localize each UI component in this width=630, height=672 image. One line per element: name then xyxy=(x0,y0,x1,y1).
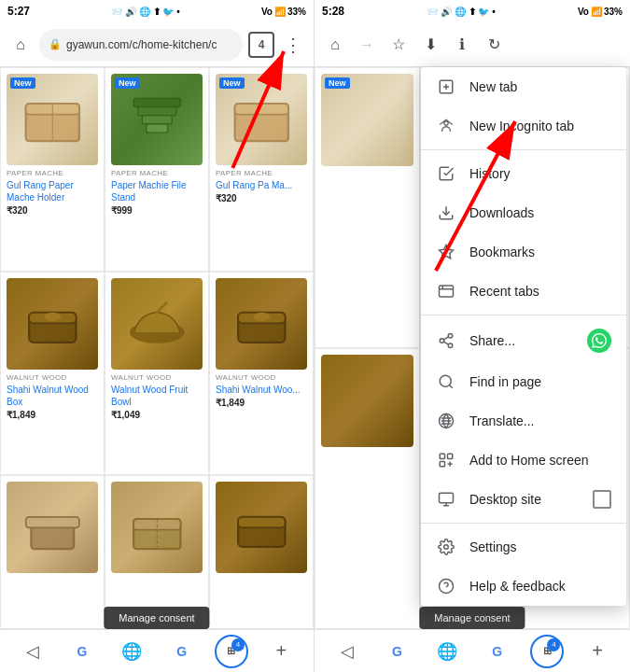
right-manage-consent[interactable]: Manage consent xyxy=(419,607,525,629)
menu-label-bookmarks: Bookmarks xyxy=(469,245,611,259)
left-address-bar: ⌂ 🔒 gyawun.com/c/home-kitchen/c 4 ⋮ xyxy=(0,22,314,67)
menu-item-bookmarks[interactable]: Bookmarks xyxy=(421,232,626,272)
svg-point-50 xyxy=(444,545,449,550)
left-more-button[interactable]: ⋮ xyxy=(280,30,306,60)
svg-rect-47 xyxy=(440,493,454,503)
menu-label-find-in-page: Find in page xyxy=(469,374,611,389)
product-card-p9[interactable] xyxy=(209,475,314,629)
menu-label-help-feedback: Help & feedback xyxy=(469,579,611,594)
product-price-p6: ₹1,849 xyxy=(216,398,307,408)
menu-item-find-in-page[interactable]: Find in page xyxy=(421,362,626,401)
svg-rect-8 xyxy=(234,104,287,114)
svg-line-37 xyxy=(443,342,448,344)
product-card-p2[interactable]: New PAPER MACHE Paper Machie File Stand … xyxy=(105,67,209,272)
menu-label-add-to-home-screen: Add to Home screen xyxy=(469,453,611,468)
menu-item-share[interactable]: Share... xyxy=(421,319,626,362)
svg-point-36 xyxy=(448,343,453,348)
desktop-site-icon xyxy=(436,489,456,510)
product-category-p3: PAPER MACHE xyxy=(216,169,307,177)
svg-rect-5 xyxy=(142,115,172,123)
right-nav-tabs[interactable]: ⊞ 4 xyxy=(530,635,564,668)
product-category-p1: PAPER MACHE xyxy=(7,169,98,177)
right-home-button[interactable]: ⌂ xyxy=(322,32,348,58)
menu-label-recent-tabs: Recent tabs xyxy=(469,284,611,299)
new-tab-icon xyxy=(436,77,456,97)
svg-point-29 xyxy=(444,121,449,126)
left-nav-google2[interactable]: G xyxy=(165,635,199,668)
incognito-icon xyxy=(436,116,456,136)
left-nav-globe[interactable]: 🌐 xyxy=(115,635,148,668)
left-time: 5:27 xyxy=(7,5,30,18)
menu-item-downloads[interactable]: Downloads xyxy=(421,193,626,232)
help-icon xyxy=(436,576,456,596)
left-nav-back[interactable]: ◁ xyxy=(16,635,49,668)
add-to-home-icon xyxy=(436,450,456,470)
new-badge-p1: New xyxy=(10,77,35,89)
svg-rect-42 xyxy=(440,454,444,458)
product-card-p7[interactable] xyxy=(0,475,105,629)
menu-divider-3 xyxy=(421,523,626,524)
product-category-p5: WALNUT WOOD xyxy=(111,373,203,382)
left-manage-consent[interactable]: Manage consent xyxy=(104,607,209,629)
right-nav-back[interactable]: ◁ xyxy=(330,635,364,668)
product-img-p5 xyxy=(111,278,203,370)
product-img-p2: New xyxy=(111,74,203,165)
menu-item-settings[interactable]: Settings xyxy=(421,527,626,567)
product-name-p2: Paper Machie File Stand xyxy=(111,179,203,203)
svg-rect-3 xyxy=(133,98,180,106)
right-status-icons: 📨 🔊 🌐 ⬆ 🐦 • xyxy=(427,7,495,17)
svg-rect-23 xyxy=(238,517,285,527)
svg-rect-6 xyxy=(147,124,168,133)
product-card-p4[interactable]: WALNUT WOOD Shahi Walnut Wood Box ₹1,849 xyxy=(0,272,105,476)
product-price-p1: ₹320 xyxy=(7,205,98,216)
translate-icon xyxy=(436,411,456,431)
left-nav-add[interactable]: + xyxy=(264,635,298,668)
left-status-icons: 📨 🔊 🌐 ⬆ 🐦 • xyxy=(111,7,179,17)
right-forward-button[interactable]: → xyxy=(354,32,380,58)
product-card-p5[interactable]: WALNUT WOOD Walnut Wood Fruit Bowl ₹1,04… xyxy=(105,272,209,476)
menu-divider-1 xyxy=(421,149,626,150)
left-tab-count[interactable]: 4 xyxy=(248,32,274,58)
menu-item-history[interactable]: History xyxy=(421,154,626,193)
svg-rect-32 xyxy=(440,286,454,297)
right-signal-info: Vo 📶 33% xyxy=(578,7,623,17)
menu-item-translate[interactable]: Translate... xyxy=(421,401,626,441)
menu-label-new-tab: New tab xyxy=(469,79,611,94)
menu-item-recent-tabs[interactable]: Recent tabs xyxy=(421,272,626,311)
share-icon xyxy=(436,330,456,351)
menu-item-desktop-site[interactable]: Desktop site xyxy=(421,480,626,519)
product-card-p3[interactable]: New PAPER MACHE Gul Rang Pa Ma... ₹320 xyxy=(209,67,314,272)
right-download-button[interactable]: ⬇ xyxy=(417,32,443,58)
left-product-grid: New PAPER MACHE Gul Rang Paper Mache Hol… xyxy=(0,67,314,629)
svg-rect-44 xyxy=(440,462,444,467)
svg-rect-4 xyxy=(137,106,175,115)
right-bookmark-button[interactable]: ☆ xyxy=(385,32,412,58)
right-refresh-button[interactable]: ↻ xyxy=(481,32,507,58)
product-price-p2: ₹999 xyxy=(111,205,203,216)
menu-item-new-incognito-tab[interactable]: New Incognito tab xyxy=(421,106,626,146)
product-img-p9 xyxy=(216,482,307,573)
product-img-p1: New xyxy=(7,74,98,165)
product-img-p8 xyxy=(111,482,203,573)
left-nav-tabs[interactable]: ⊞ 4 xyxy=(215,635,248,668)
product-name-p4: Shahi Walnut Wood Box xyxy=(7,384,98,408)
right-info-button[interactable]: ℹ xyxy=(449,32,475,58)
left-url-box[interactable]: 🔒 gyawun.com/c/home-kitchen/c xyxy=(39,29,243,61)
right-status-bar: 5:28 📨 🔊 🌐 ⬆ 🐦 • Vo 📶 33% xyxy=(315,0,630,22)
menu-item-new-tab[interactable]: New tab xyxy=(421,67,626,106)
bookmarks-icon xyxy=(436,242,456,262)
menu-item-add-to-home-screen[interactable]: Add to Home screen xyxy=(421,441,626,480)
left-tab-badge: 4 xyxy=(231,638,245,651)
left-nav-google[interactable]: G xyxy=(65,635,99,668)
right-nav-google2[interactable]: G xyxy=(481,635,514,668)
right-nav-google[interactable]: G xyxy=(380,635,413,668)
product-card-p1[interactable]: New PAPER MACHE Gul Rang Paper Mache Hol… xyxy=(0,67,105,272)
menu-item-help-feedback[interactable]: Help & feedback xyxy=(421,567,626,606)
right-nav-add[interactable]: + xyxy=(581,635,614,668)
right-nav-globe[interactable]: 🌐 xyxy=(430,635,464,668)
menu-label-share: Share... xyxy=(469,333,574,348)
svg-line-38 xyxy=(443,337,448,340)
product-card-p6[interactable]: WALNUT WOOD Shahi Walnut Woo... ₹1,849 xyxy=(209,272,314,476)
desktop-site-checkbox[interactable] xyxy=(593,490,611,509)
left-home-button[interactable]: ⌂ xyxy=(7,32,34,58)
